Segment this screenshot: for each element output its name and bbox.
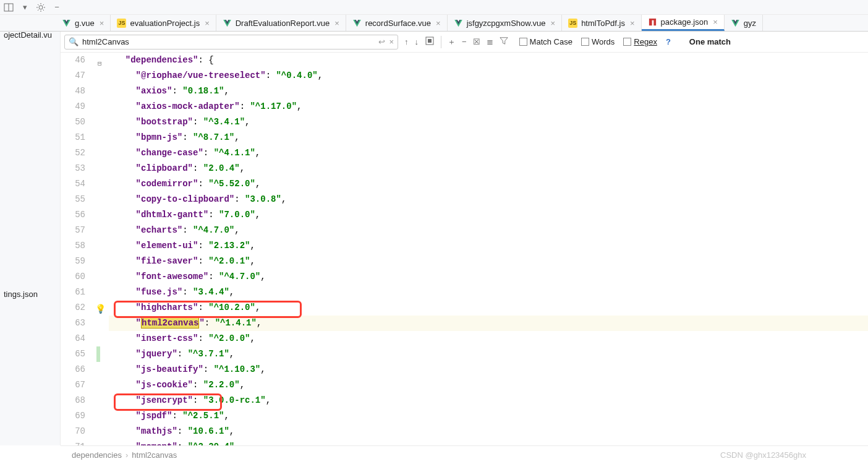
code-line[interactable]: "jquery": "^3.7.1", (109, 346, 868, 362)
prev-match-icon[interactable]: ↑ (404, 37, 409, 46)
line-gutter: 4647484950515253545556575859606162636465… (61, 53, 96, 445)
fold-column: ⊟💡 (96, 53, 109, 445)
vue-icon (731, 19, 740, 28)
sidebar-fragment: ojectDetail.vu (0, 28, 60, 42)
minus-icon[interactable]: − (52, 2, 62, 12)
breadcrumb-seg[interactable]: dependencies (72, 450, 122, 460)
breadcrumb-bar: dependencies › html2canvas CSDN @ghx1234… (61, 445, 868, 464)
code-line[interactable]: "highcharts": "^10.2.0", (109, 300, 868, 316)
code-line[interactable]: "axios-mock-adapter": "^1.17.0", (109, 99, 868, 114)
code-editor[interactable]: 4647484950515253545556575859606162636465… (61, 53, 868, 445)
gear-icon[interactable] (36, 2, 46, 12)
svg-rect-5 (428, 39, 432, 43)
code-line[interactable]: "js-beautify": "^1.10.3", (109, 362, 868, 377)
filter-icon[interactable] (500, 37, 508, 47)
code-line[interactable]: "axios": "0.18.1", (109, 84, 868, 99)
toggle-highlight-icon[interactable]: ☒ (473, 37, 480, 46)
remove-selection-icon[interactable]: − (462, 37, 467, 46)
tab-recordSurface-vue[interactable]: recordSurface.vue× (346, 15, 448, 31)
next-match-icon[interactable]: ↓ (415, 37, 419, 46)
vue-icon (352, 19, 362, 28)
vue-icon (454, 19, 463, 28)
match-case-checkbox[interactable]: Match Case (519, 37, 572, 46)
add-selection-icon[interactable]: ＋ (448, 37, 456, 48)
close-icon[interactable]: × (713, 17, 718, 27)
history-icon[interactable]: ↩ (378, 37, 385, 46)
sidebar-fragment: tings.json (0, 287, 60, 301)
code-line[interactable]: "html2canvas": "^1.4.1", (109, 316, 868, 331)
code-line[interactable]: "bpmn-js": "^8.7.1", (109, 130, 868, 145)
vue-icon (62, 19, 71, 28)
close-icon[interactable]: × (205, 19, 210, 28)
js-icon: JS (117, 19, 126, 28)
tab-label: evaluationProject.js (130, 19, 200, 28)
code-line[interactable]: "codemirror": "^5.52.0", (109, 176, 868, 192)
help-icon[interactable]: ? (666, 37, 671, 46)
code-column[interactable]: "dependencies": { "@riophae/vue-treesele… (109, 53, 868, 445)
list-icon[interactable]: ≣ (487, 37, 493, 46)
tab-label: g.vue (75, 19, 95, 28)
js-icon: JS (568, 19, 577, 28)
tab-label: gyz (744, 19, 756, 28)
diff-marker (96, 346, 100, 362)
tab-label: recordSurface.vue (365, 19, 431, 28)
vue-icon (223, 19, 232, 28)
match-count: One match (689, 37, 731, 46)
code-line[interactable]: "dependencies": { (109, 53, 868, 68)
watermark: CSDN @ghx123456ghx (720, 450, 806, 460)
code-line[interactable]: "font-awesome": "^4.7.0", (109, 269, 868, 285)
tab-evaluationProject-js[interactable]: JSevaluationProject.js× (111, 15, 216, 31)
code-line[interactable]: "bootstrap": "^3.4.1", (109, 114, 868, 130)
search-input-wrap: 🔍 ↩ × (64, 35, 398, 49)
tab-label: DraftEvaluationReport.vue (236, 19, 330, 28)
search-input[interactable] (82, 37, 375, 46)
tab-label: package.json (661, 17, 708, 27)
code-line[interactable]: "@riophae/vue-treeselect": "^0.4.0", (109, 68, 868, 84)
search-nav: ↑ ↓ ＋ − ☒ ≣ (404, 36, 508, 48)
vsplit-icon[interactable] (4, 2, 14, 12)
search-icon: 🔍 (69, 37, 79, 46)
code-line[interactable]: "file-saver": "^2.0.1", (109, 254, 868, 269)
code-line[interactable]: "jsencrypt": "3.0.0-rc.1", (109, 393, 868, 408)
tab-label: htmlToPdf.js (581, 19, 625, 28)
code-line[interactable]: "copy-to-clipboard": "3.0.8", (109, 192, 868, 207)
regex-checkbox[interactable]: Regex (623, 37, 657, 46)
code-line[interactable]: "echarts": "^4.7.0", (109, 223, 868, 238)
tab-g-vue[interactable]: g.vue× (56, 15, 111, 31)
code-line[interactable]: "element-ui": "2.13.2", (109, 238, 868, 254)
close-icon[interactable]: × (436, 19, 441, 28)
breadcrumb-seg[interactable]: html2canvas (132, 450, 177, 460)
code-line[interactable]: "change-case": "^4.1.1", (109, 145, 868, 161)
code-line[interactable]: "mathjs": "10.6.1", (109, 424, 868, 439)
breadcrumb-sep: › (126, 450, 128, 460)
code-line[interactable]: "dhtmlx-gantt": "7.0.0", (109, 207, 868, 223)
code-line[interactable]: "fuse.js": "3.4.4", (109, 285, 868, 300)
bulb-icon[interactable]: 💡 (95, 302, 106, 317)
select-all-icon[interactable] (425, 36, 435, 48)
search-options: Match Case Words Regex ? One match (519, 37, 731, 46)
code-line[interactable]: "insert-css": "^2.0.0", (109, 331, 868, 346)
npm-icon (648, 17, 657, 27)
chevron-down-icon[interactable]: ▾ (20, 2, 30, 12)
tab-package-json[interactable]: package.json× (642, 15, 725, 31)
editor-tabs: g.vue×JSevaluationProject.js×DraftEvalua… (0, 15, 868, 32)
tab-gyz[interactable]: gyz (725, 15, 763, 31)
svg-point-2 (39, 6, 43, 9)
tab-jsfgyzcpgxmShow-vue[interactable]: jsfgyzcpgxmShow.vue× (448, 15, 563, 31)
code-line[interactable]: "js-cookie": "2.2.0", (109, 377, 868, 393)
project-sidebar: ojectDetail.vu tings.json (0, 32, 61, 445)
close-icon[interactable]: × (334, 19, 339, 28)
tab-DraftEvaluationReport-vue[interactable]: DraftEvaluationReport.vue× (216, 15, 346, 31)
find-bar: 🔍 ↩ × ↑ ↓ ＋ − ☒ ≣ Match Case Words Regex… (61, 32, 868, 53)
code-line[interactable]: "jspdf": "^2.5.1", (109, 408, 868, 424)
tab-htmlToPdf-js[interactable]: JShtmlToPdf.js× (562, 15, 641, 31)
code-line[interactable]: "clipboard": "2.0.4", (109, 161, 868, 176)
mini-toolbar: ▾ − (0, 0, 868, 15)
clear-icon[interactable]: × (389, 37, 394, 46)
tab-label: jsfgyzcpgxmShow.vue (467, 19, 546, 28)
fold-icon[interactable]: ⊟ (98, 56, 102, 72)
words-checkbox[interactable]: Words (581, 37, 615, 46)
close-icon[interactable]: × (100, 19, 104, 28)
close-icon[interactable]: × (551, 19, 556, 28)
close-icon[interactable]: × (630, 19, 635, 28)
